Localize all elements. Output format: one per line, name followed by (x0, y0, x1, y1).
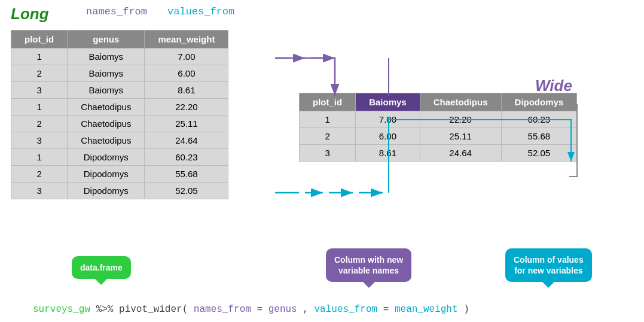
code-close-paren: ) (463, 304, 469, 315)
code-names-from-label: names_from (194, 304, 251, 315)
long-header-mean-weight: mean_weight (145, 31, 228, 48)
long-table-cell: 24.64 (145, 132, 228, 149)
wide-table-cell: 8.61 (356, 145, 420, 162)
wide-table-row: 17.0022.2060.23 (300, 111, 577, 128)
code-values-eq: = (383, 304, 395, 315)
long-table-row: 1Baiomys7.00 (11, 48, 228, 65)
long-table-cell: Chaetodipus (68, 132, 145, 149)
wide-table-cell: 7.00 (356, 111, 420, 128)
long-table-cell: 6.00 (145, 65, 228, 82)
long-table-cell: Dipodomys (68, 183, 145, 199)
wide-table-cell: 52.05 (501, 145, 577, 162)
long-table-cell: Dipodomys (68, 166, 145, 183)
long-table-cell: 2 (11, 116, 68, 132)
code-genus: genus (268, 304, 297, 315)
wide-header-dipodomys: Dipodomys (501, 93, 577, 111)
long-table-cell: 52.05 (145, 183, 228, 199)
long-table-row: 1Chaetodipus22.20 (11, 99, 228, 116)
long-table-cell: Dipodomys (68, 149, 145, 166)
title-names-from: names_from (86, 6, 147, 17)
long-table-row: 2Baiomys6.00 (11, 65, 228, 82)
wide-table-row: 26.0025.1155.68 (300, 128, 577, 145)
wide-table-cell: 25.11 (420, 128, 501, 145)
wide-table: plot_idBaiomysChaetodipusDipodomys 17.00… (299, 93, 577, 162)
wide-table-row: 38.6124.6452.05 (300, 145, 577, 162)
long-table-cell: 2 (11, 166, 68, 183)
long-table-cell: 1 (11, 149, 68, 166)
long-table-cell: 1 (11, 99, 68, 116)
long-table-cell: 2 (11, 65, 68, 82)
long-table-cell: 3 (11, 183, 68, 199)
code-surveys: surveys_gw (33, 304, 90, 315)
long-header-genus: genus (68, 31, 145, 48)
long-table-cell: 22.20 (145, 99, 228, 116)
title-long: Long (11, 5, 49, 23)
long-table-row: 2Dipodomys55.68 (11, 166, 228, 183)
code-line: surveys_gw %>% pivot_wider( names_from =… (33, 304, 469, 315)
title-values-from: values_from (167, 6, 234, 17)
wide-table-cell: 2 (300, 128, 356, 145)
long-table-cell: 55.68 (145, 166, 228, 183)
long-table-cell: Chaetodipus (68, 99, 145, 116)
long-table-row: 1Dipodomys60.23 (11, 149, 228, 166)
code-comma: , (303, 304, 314, 315)
long-table-cell: 8.61 (145, 82, 228, 99)
long-table-cell: 60.23 (145, 149, 228, 166)
wide-header-baiomys: Baiomys (356, 93, 420, 111)
long-table-row: 3Dipodomys52.05 (11, 183, 228, 199)
wide-table-cell: 6.00 (356, 128, 420, 145)
long-table-cell: 3 (11, 132, 68, 149)
long-table-cell: Chaetodipus (68, 116, 145, 132)
wide-header-chaetodipus: Chaetodipus (420, 93, 501, 111)
code-mean-weight: mean_weight (395, 304, 458, 315)
bubble-purple: Column with newvariable names (326, 248, 411, 282)
long-table-cell: 25.11 (145, 116, 228, 132)
wide-table-cell: 60.23 (501, 111, 577, 128)
long-table-row: 3Baiomys8.61 (11, 82, 228, 99)
wide-table-cell: 3 (300, 145, 356, 162)
wide-table-cell: 1 (300, 111, 356, 128)
wide-header-plot_id: plot_id (300, 93, 356, 111)
long-table-row: 3Chaetodipus24.64 (11, 132, 228, 149)
long-table: plot_id genus mean_weight 1Baiomys7.002B… (11, 30, 228, 199)
long-header-plot-id: plot_id (11, 31, 68, 48)
long-table-cell: Baiomys (68, 82, 145, 99)
code-values-from-label: values_from (315, 304, 378, 315)
wide-table-cell: 22.20 (420, 111, 501, 128)
long-table-cell: 3 (11, 82, 68, 99)
code-names-eq: = (257, 304, 268, 315)
long-table-cell: Baiomys (68, 65, 145, 82)
wide-table-cell: 24.64 (420, 145, 501, 162)
long-table-row: 2Chaetodipus25.11 (11, 116, 228, 132)
long-table-cell: Baiomys (68, 48, 145, 65)
code-pipe: %>% pivot_wider( (96, 304, 188, 315)
bubble-cyan: Column of valuesfor new variables (505, 248, 592, 282)
bubble-green: data.frame (72, 256, 131, 279)
wide-table-cell: 55.68 (501, 128, 577, 145)
long-table-cell: 7.00 (145, 48, 228, 65)
long-table-cell: 1 (11, 48, 68, 65)
